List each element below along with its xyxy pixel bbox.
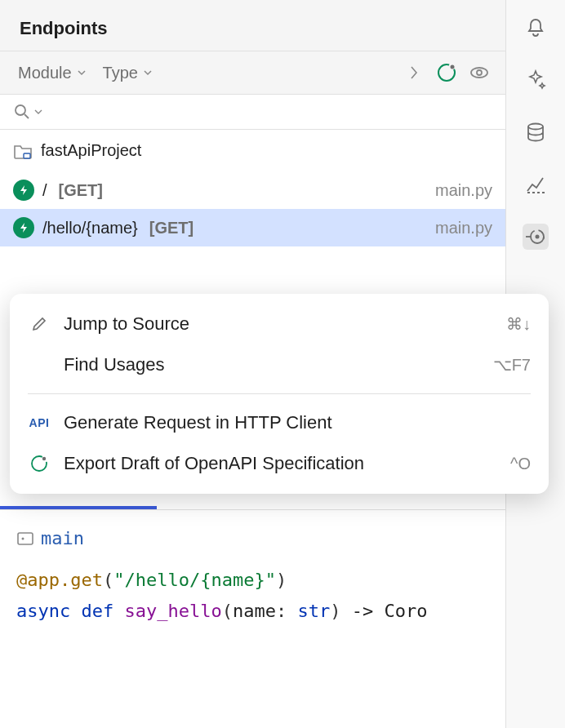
- chevron-down-icon: [34, 108, 42, 116]
- code-param: name: [233, 601, 276, 621]
- endpoint-file: main.py: [435, 219, 492, 237]
- endpoints-tool-icon[interactable]: [523, 224, 549, 250]
- type-filter-label: Type: [103, 64, 138, 82]
- menu-shortcut: ⌘↓: [506, 314, 531, 334]
- code-return-tail: -> Coro: [340, 601, 427, 621]
- code-fn-name: say_hello: [124, 601, 221, 621]
- breadcrumb[interactable]: main: [16, 523, 489, 555]
- filter-bar: Module Type: [0, 51, 505, 95]
- menu-jump-to-source[interactable]: Jump to Source ⌘↓: [10, 304, 549, 344]
- type-filter[interactable]: Type: [98, 60, 158, 86]
- svg-point-2: [471, 68, 487, 78]
- pencil-icon: [28, 315, 51, 333]
- menu-item-label: Generate Request in HTTP Client: [64, 412, 531, 433]
- code-kw-async: async: [16, 601, 70, 621]
- ai-assistant-icon[interactable]: [523, 67, 549, 93]
- search-bar[interactable]: [0, 95, 505, 130]
- code-line-2: async def say_hello(name: str) -> Coro: [16, 596, 489, 628]
- svg-point-12: [536, 235, 540, 239]
- search-icon: [13, 103, 31, 121]
- fastapi-icon: [13, 180, 34, 201]
- folder-icon: [13, 143, 33, 159]
- preview-icon[interactable]: [466, 60, 492, 86]
- svg-point-1: [451, 65, 455, 69]
- openapi-filter-icon[interactable]: [434, 60, 460, 86]
- svg-point-4: [16, 105, 25, 115]
- code-decorator: @app.get: [16, 570, 103, 590]
- fastapi-icon: [13, 217, 34, 238]
- documentation-panel: main @app.get("/hello/{name}") async def…: [0, 510, 505, 641]
- menu-find-usages[interactable]: Find Usages ⌥F7: [10, 344, 549, 385]
- project-group[interactable]: fastApiProject: [0, 130, 505, 171]
- database-icon[interactable]: [523, 119, 549, 145]
- menu-separator: [28, 393, 531, 394]
- svg-line-5: [24, 114, 29, 118]
- endpoints-tree: fastApiProject / [GET] main.py /hello/{n…: [0, 130, 505, 246]
- api-icon: API: [28, 416, 51, 429]
- svg-point-8: [22, 538, 24, 540]
- notifications-icon[interactable]: [523, 15, 549, 41]
- menu-item-label: Find Usages: [64, 354, 480, 375]
- chevron-down-icon: [77, 68, 87, 78]
- svg-rect-7: [18, 533, 33, 544]
- module-icon: [16, 530, 34, 547]
- menu-shortcut: ^O: [510, 455, 531, 473]
- endpoint-path: /: [42, 181, 47, 200]
- context-menu: Jump to Source ⌘↓ Find Usages ⌥F7 API Ge…: [10, 294, 549, 494]
- expand-icon[interactable]: [401, 60, 427, 86]
- openapi-icon: [28, 454, 51, 473]
- svg-point-3: [477, 70, 482, 75]
- project-name: fastApiProject: [41, 141, 141, 160]
- svg-rect-6: [24, 153, 30, 158]
- breadcrumb-text: main: [41, 523, 84, 555]
- svg-point-9: [528, 124, 543, 130]
- charts-icon[interactable]: [523, 171, 549, 198]
- module-filter-label: Module: [18, 64, 72, 82]
- code-route-string: "/hello/{name}": [113, 570, 276, 590]
- chevron-down-icon: [143, 68, 153, 78]
- endpoint-method: [GET]: [149, 219, 194, 237]
- menu-export-openapi[interactable]: Export Draft of OpenAPI Specification ^O: [10, 443, 549, 484]
- menu-generate-request[interactable]: API Generate Request in HTTP Client: [10, 402, 549, 443]
- menu-item-label: Export Draft of OpenAPI Specification: [64, 453, 497, 474]
- panel-title: Endpoints: [0, 0, 505, 51]
- endpoint-path: /hello/{name}: [42, 219, 138, 237]
- endpoint-file: main.py: [435, 181, 492, 200]
- endpoint-row[interactable]: /hello/{name} [GET] main.py: [0, 209, 505, 246]
- code-kw-def: def: [81, 601, 113, 621]
- menu-shortcut: ⌥F7: [493, 355, 531, 375]
- endpoint-method: [GET]: [59, 181, 103, 200]
- menu-item-label: Jump to Source: [64, 313, 493, 335]
- module-filter[interactable]: Module: [13, 60, 91, 86]
- code-line-1: @app.get("/hello/{name}"): [16, 565, 489, 597]
- endpoint-row[interactable]: / [GET] main.py: [0, 171, 505, 209]
- code-param-type: str: [297, 601, 330, 621]
- svg-point-15: [42, 457, 46, 460]
